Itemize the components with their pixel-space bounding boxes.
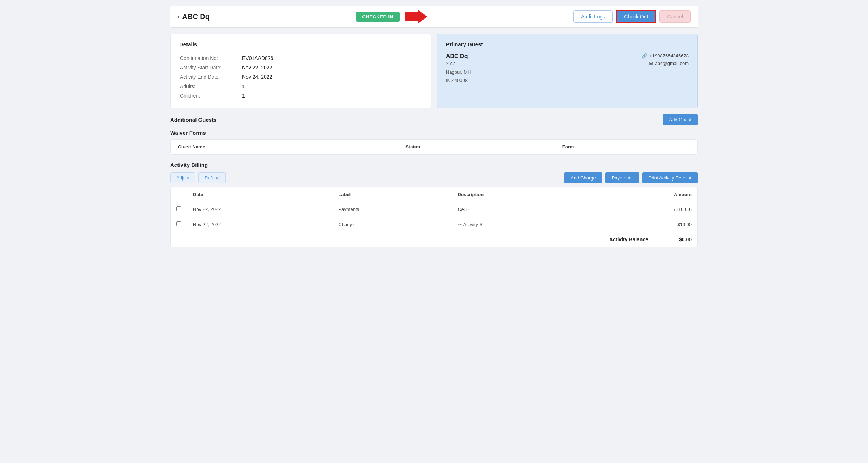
detail-row: Activity Start Date:Nov 22, 2022 — [180, 63, 421, 72]
primary-guest-card: Primary Guest ABC Dq XYZ Nagpur, MH IN,4… — [437, 34, 698, 108]
billing-row: Nov 22, 2022 Payments CASH ($10.00) — [171, 202, 697, 217]
detail-value: EV01AAD826 — [242, 54, 421, 62]
billing-col-description: Description — [452, 187, 590, 202]
billing-actions: Adjust Refund Add Charge Payments Print … — [170, 172, 698, 183]
activity-billing-title: Activity Billing — [170, 162, 698, 168]
check-out-button[interactable]: Check Out — [616, 10, 656, 23]
detail-label: Children: — [180, 91, 241, 100]
red-arrow-icon — [405, 10, 427, 23]
billing-row-label: Charge — [332, 217, 452, 232]
edit-icon: ✏ — [458, 222, 462, 227]
add-charge-button[interactable]: Add Charge — [564, 172, 602, 183]
phone-icon: 🔗 — [641, 53, 647, 59]
additional-guests-section: Additional Guests Add Guest — [170, 114, 698, 125]
billing-table: Date Label Description Amount Nov 22, 20… — [171, 187, 697, 232]
detail-label: Activity Start Date: — [180, 63, 241, 72]
billing-col-label: Label — [332, 187, 452, 202]
billing-row-description: CASH — [452, 202, 590, 217]
guest-email-address: abc@gmail.com — [655, 61, 689, 66]
guest-phone-number: +19987654345678 — [649, 53, 689, 59]
detail-row: Confirmation No:EV01AAD826 — [180, 54, 421, 62]
detail-label: Confirmation No: — [180, 54, 241, 62]
billing-row-checkbox-cell — [171, 202, 187, 217]
billing-row-checkbox-cell — [171, 217, 187, 232]
billing-row-date: Nov 22, 2022 — [187, 202, 332, 217]
waiver-forms-section: Waiver Forms Guest Name Status Form — [170, 130, 698, 155]
billing-row-checkbox[interactable] — [176, 221, 181, 226]
billing-row-date: Nov 22, 2022 — [187, 217, 332, 232]
detail-row: Adults:1 — [180, 82, 421, 91]
billing-row-label: Payments — [332, 202, 452, 217]
billing-col-check — [171, 187, 187, 202]
balance-label: Activity Balance — [609, 237, 648, 242]
guest-name: ABC Dq — [446, 53, 471, 60]
back-button[interactable]: ‹ — [177, 13, 179, 20]
details-card: Details Confirmation No:EV01AAD826Activi… — [170, 34, 431, 108]
billing-footer: Activity Balance $0.00 — [171, 232, 697, 247]
billing-row-checkbox[interactable] — [176, 206, 181, 211]
guest-org: XYZ — [446, 61, 471, 66]
waiver-forms-table: Guest Name Status Form — [171, 140, 697, 154]
cancel-button[interactable]: Cancel — [659, 10, 691, 23]
primary-guest-title: Primary Guest — [446, 41, 689, 47]
page-title: ABC Dq — [182, 13, 210, 21]
adjust-button[interactable]: Adjust — [170, 172, 195, 183]
detail-value: Nov 24, 2022 — [242, 73, 421, 81]
detail-value: Nov 22, 2022 — [242, 63, 421, 72]
details-title: Details — [179, 41, 422, 47]
billing-row-amount: ($10.00) — [590, 202, 697, 217]
balance-amount: $0.00 — [663, 237, 692, 242]
checked-in-badge: CHECKED IN — [356, 12, 400, 22]
payments-button[interactable]: Payments — [605, 172, 639, 183]
detail-row: Activity End Date:Nov 24, 2022 — [180, 73, 421, 81]
detail-label: Adults: — [180, 82, 241, 91]
waiver-col-guest-name: Guest Name — [171, 140, 398, 154]
billing-col-amount: Amount — [590, 187, 697, 202]
refund-button[interactable]: Refund — [198, 172, 226, 183]
billing-row-amount: $10.00 — [590, 217, 697, 232]
print-receipt-button[interactable]: Print Activity Receipt — [642, 172, 698, 183]
waiver-forms-table-container: Guest Name Status Form — [170, 139, 698, 155]
guest-email: ✉ abc@gmail.com — [649, 61, 689, 66]
billing-table-container: Date Label Description Amount Nov 22, 20… — [170, 187, 698, 247]
email-icon: ✉ — [649, 61, 653, 66]
guest-phone: 🔗 +19987654345678 — [641, 53, 689, 59]
billing-row: Nov 22, 2022 Charge ✏Activity S $10.00 — [171, 217, 697, 232]
activity-billing-section: Activity Billing Adjust Refund Add Charg… — [170, 162, 698, 247]
add-guest-button[interactable]: Add Guest — [663, 114, 698, 125]
detail-value: 1 — [242, 82, 421, 91]
additional-guests-title: Additional Guests — [170, 117, 216, 123]
waiver-forms-title: Waiver Forms — [170, 130, 698, 136]
waiver-col-form: Form — [555, 140, 697, 154]
billing-row-description: ✏Activity S — [452, 217, 590, 232]
waiver-col-status: Status — [398, 140, 555, 154]
details-table: Confirmation No:EV01AAD826Activity Start… — [179, 53, 422, 101]
billing-col-date: Date — [187, 187, 332, 202]
guest-address-line2: IN,440008 — [446, 78, 471, 83]
detail-row: Children:1 — [180, 91, 421, 100]
detail-value: 1 — [242, 91, 421, 100]
audit-logs-button[interactable]: Audit Logs — [573, 10, 613, 23]
detail-label: Activity End Date: — [180, 73, 241, 81]
guest-address-line1: Nagpur, MH — [446, 69, 471, 75]
svg-marker-0 — [405, 10, 427, 23]
